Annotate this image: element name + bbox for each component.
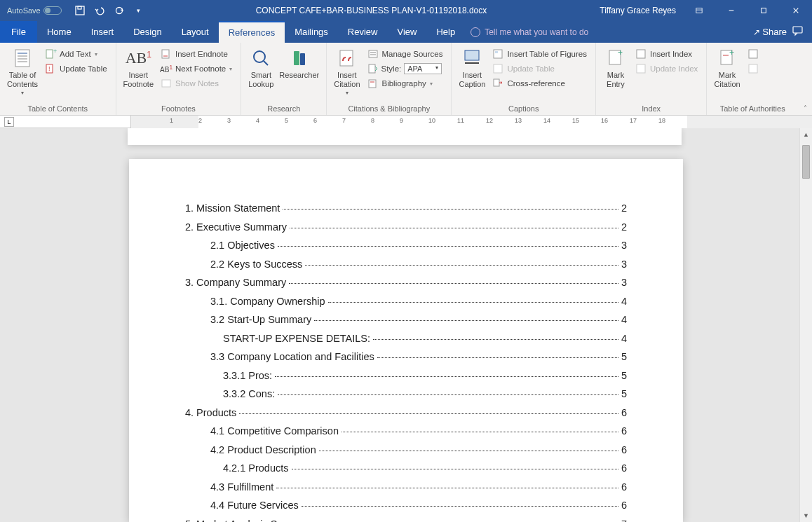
ribbon-display-icon[interactable] (683, 0, 715, 21)
tab-help[interactable]: Help (426, 21, 465, 43)
insert-endnote-button[interactable]: Insert Endnote (156, 47, 236, 61)
update-table-button[interactable]: !Update Table (41, 62, 111, 76)
scroll-down-icon[interactable]: ▼ (800, 509, 812, 522)
toc-entry[interactable]: 4.1 Competitive Comparison 6 (185, 425, 627, 437)
ruler-horizontal[interactable]: 123456789101112131415161718 (130, 116, 812, 128)
comments-icon[interactable] (792, 26, 804, 38)
minimize-button[interactable] (715, 0, 747, 21)
svg-line-22 (264, 61, 268, 65)
toc-entry[interactable]: 2.2 Keys to Success 3 (185, 259, 627, 270)
maximize-button[interactable] (747, 0, 780, 21)
redo-icon[interactable] (114, 5, 125, 16)
tab-layout[interactable]: Layout (172, 21, 219, 43)
tab-view[interactable]: View (387, 21, 426, 43)
toc-entry[interactable]: 3.2 Start-Up Summary 4 (185, 314, 627, 325)
svg-rect-32 (465, 50, 479, 60)
cross-ref-icon (492, 78, 503, 89)
update-caption-table-button[interactable]: Update Table (488, 62, 591, 76)
footnote-icon: AB1 (127, 47, 149, 69)
toc-entry[interactable]: 4.3 Fulfillment 6 (185, 481, 627, 493)
mark-citation-button[interactable]: + Mark Citation (711, 46, 743, 89)
style-icon (367, 63, 379, 74)
menu-bar: File HomeInsertDesignLayoutReferencesMai… (0, 21, 812, 43)
cross-reference-button[interactable]: Cross-reference (488, 76, 591, 90)
vertical-scrollbar[interactable]: ▲ ▼ (799, 128, 812, 522)
toc-entry[interactable]: 2.1 Objectives 3 (185, 240, 627, 251)
toc-entry-page: 5 (621, 388, 627, 399)
smart-lookup-button[interactable]: Smart Lookup (245, 46, 276, 89)
toc-entry-page: 2 (621, 221, 627, 233)
update-index-button[interactable]: Update Index (631, 62, 702, 76)
manage-sources-label: Manage Sources (382, 50, 443, 58)
citation-style-row: Style: APA▾ (363, 62, 447, 76)
undo-icon[interactable] (94, 5, 105, 16)
toc-entry[interactable]: 2. Executive Summary 2 (185, 221, 627, 233)
update-index-icon (635, 63, 647, 74)
insert-index-button[interactable]: Insert Index (631, 47, 702, 61)
tab-insert[interactable]: Insert (81, 21, 124, 43)
save-icon[interactable] (74, 5, 86, 16)
ruler-left: L (0, 117, 130, 127)
toc-entry[interactable]: 4. Products 6 (185, 407, 627, 418)
scrollbar-thumb[interactable] (802, 145, 810, 179)
document-page[interactable]: 1. Mission Statement 22. Executive Summa… (129, 159, 683, 522)
insert-caption-button[interactable]: Insert Caption (456, 46, 488, 89)
toc-entry[interactable]: 5. Market Analysis Summary 7 (185, 518, 627, 523)
user-name[interactable]: Tiffany Grace Reyes (593, 6, 683, 15)
insert-citation-button[interactable]: Insert Citation ▾ (331, 46, 363, 97)
tab-home[interactable]: Home (37, 21, 81, 43)
autosave-switch-icon (43, 6, 62, 15)
insert-toa-button[interactable] (743, 47, 763, 61)
file-tab[interactable]: File (0, 21, 37, 43)
tell-me[interactable]: Tell me what you want to do (471, 21, 588, 43)
tab-references[interactable]: References (219, 21, 285, 43)
insert-table-of-figures-button[interactable]: Insert Table of Figures (488, 47, 591, 61)
style-select[interactable]: APA▾ (404, 63, 442, 74)
show-notes-button[interactable]: Show Notes (156, 76, 236, 90)
insert-footnote-button[interactable]: AB1 Insert Footnote (121, 46, 156, 89)
researcher-button[interactable]: Researcher (276, 46, 322, 80)
tab-review[interactable]: Review (338, 21, 388, 43)
manage-sources-button[interactable]: Manage Sources (363, 47, 447, 61)
toc-leader-dots (373, 339, 618, 340)
toc-entry-page: 4 (621, 333, 627, 344)
tab-selector-icon[interactable]: L (4, 117, 14, 127)
group-label-footnotes: Footnotes (121, 103, 237, 115)
toc-entry[interactable]: 4.2 Product Description 6 (185, 444, 627, 455)
collapse-ribbon-icon[interactable]: ˄ (798, 43, 812, 115)
toc-entry[interactable]: 3.1. Company Ownership 4 (185, 296, 627, 307)
scroll-up-icon[interactable]: ▲ (800, 128, 812, 141)
toc-entry[interactable]: 3.3.2 Cons: 5 (185, 388, 627, 399)
toc-entry[interactable]: 4.4 Future Services 6 (185, 500, 627, 511)
tab-mailings[interactable]: Mailings (285, 21, 338, 43)
ruler-page-area (198, 116, 687, 128)
toc-entry-label: START-UP EXPENSE DETAILS: (223, 333, 370, 344)
add-text-button[interactable]: +Add Text ▾ (41, 47, 111, 61)
toc-entry[interactable]: 3. Company Summary 3 (185, 277, 627, 288)
close-button[interactable] (780, 0, 812, 21)
toc-entry-label: 3. Company Summary (185, 277, 286, 288)
tab-design[interactable]: Design (123, 21, 171, 43)
smart-lookup-icon (250, 47, 272, 69)
update-toa-button[interactable] (743, 62, 763, 76)
svg-rect-5 (762, 8, 766, 13)
toc-entry[interactable]: START-UP EXPENSE DETAILS: 4 (185, 333, 627, 344)
next-footnote-button[interactable]: AB1Next Footnote ▾ (156, 62, 236, 76)
ruler-tick: 13 (515, 117, 522, 124)
toc-entry[interactable]: 1. Mission Statement 2 (185, 202, 627, 214)
svg-text:+: + (729, 48, 734, 57)
ruler-tick: 2 (198, 117, 202, 124)
mark-entry-button[interactable]: + Mark Entry (600, 46, 631, 89)
title-bar: AutoSave ▾ CONCEPT CAFE+BAR-BUSINESS PLA… (0, 0, 812, 21)
table-of-contents-button[interactable]: Table of Contents ▾ (4, 46, 41, 97)
toc-leader-dots (377, 357, 618, 358)
toc-entry-label: 2.1 Objectives (210, 240, 275, 251)
autosave-toggle[interactable]: AutoSave (0, 6, 69, 15)
qat-dropdown-icon[interactable]: ▾ (133, 5, 144, 16)
bibliography-button[interactable]: Bibliography ▾ (363, 76, 447, 90)
toc-entry[interactable]: 3.3.1 Pros: 5 (185, 370, 627, 381)
toc-entry[interactable]: 4.2.1 Products 6 (185, 462, 627, 474)
svg-rect-18 (162, 50, 169, 58)
toc-entry[interactable]: 3.3 Company Location and Facilities 5 (185, 351, 627, 362)
share-button[interactable]: ↗ Share (753, 27, 787, 37)
